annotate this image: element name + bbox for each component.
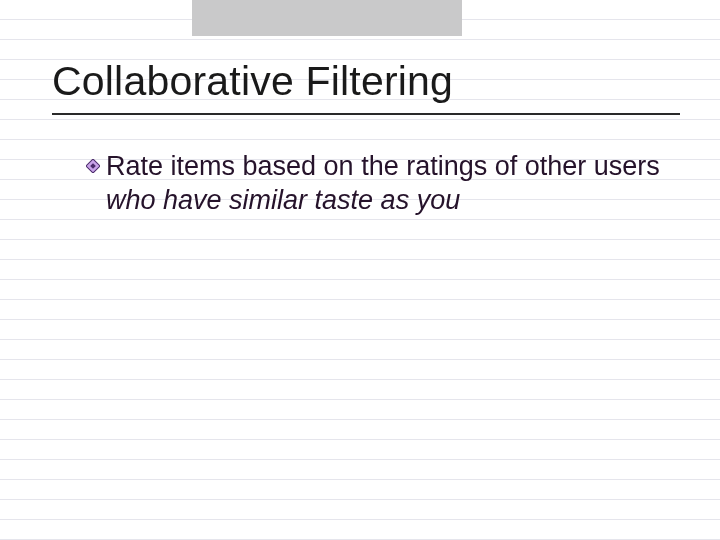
bullet-text-plain: Rate items based on the ratings of other…	[106, 151, 660, 181]
content-area: Rate items based on the ratings of other…	[86, 150, 660, 218]
title-container: Collaborative Filtering	[52, 58, 680, 115]
top-accent-bar	[192, 0, 462, 36]
diamond-icon	[86, 159, 100, 173]
slide-title: Collaborative Filtering	[52, 58, 680, 105]
bullet-text: Rate items based on the ratings of other…	[106, 150, 660, 218]
slide: Collaborative Filtering Rate items based…	[0, 0, 720, 540]
bullet-text-italic: who have similar taste as you	[106, 185, 460, 215]
bullet-item: Rate items based on the ratings of other…	[86, 150, 660, 218]
